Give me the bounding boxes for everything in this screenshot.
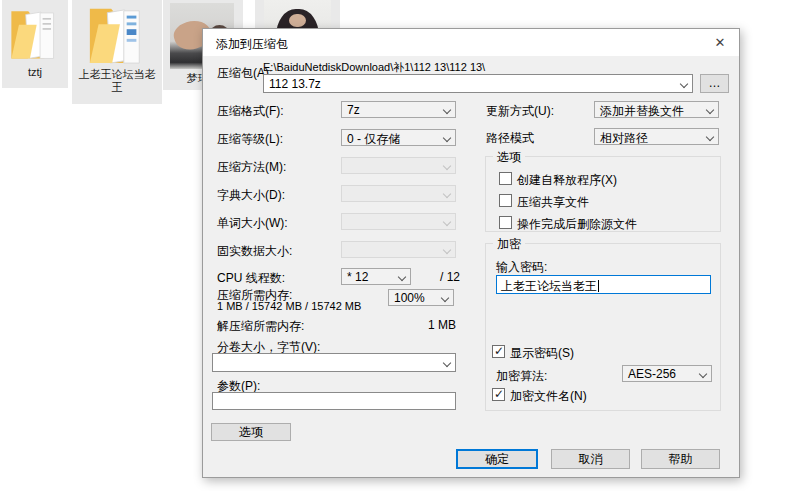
solid-block-label: 固实数据大小:	[217, 243, 292, 260]
desktop-item-label: tztj	[2, 66, 68, 79]
chevron-down-icon	[443, 106, 451, 114]
chevron-down-icon	[443, 218, 451, 226]
password-value: 上老王论坛当老王	[501, 279, 597, 293]
level-label: 压缩等级(L):	[217, 131, 283, 148]
update-mode-combo[interactable]: 添加并替换文件	[594, 101, 719, 118]
cpu-threads-total: / 12	[440, 270, 460, 284]
level-value: 0 - 仅存储	[347, 132, 400, 146]
chevron-down-icon	[680, 80, 688, 88]
algorithm-value: AES-256	[628, 367, 676, 381]
chevron-down-icon	[699, 370, 707, 378]
desktop-item-folder-tztj[interactable]: tztj	[2, 0, 68, 88]
memory-percent-combo[interactable]: 100%	[388, 289, 454, 306]
dictionary-label: 字典大小(D):	[217, 187, 285, 204]
path-mode-combo[interactable]: 相对路径	[594, 128, 719, 145]
update-mode-label: 更新方式(U):	[486, 103, 554, 120]
delete-after-checkbox[interactable]	[499, 216, 512, 229]
show-password-checkbox[interactable]	[492, 345, 505, 358]
compress-shared-checkbox[interactable]	[499, 194, 512, 207]
chevron-down-icon	[443, 359, 451, 367]
solid-block-combo	[341, 241, 456, 258]
archive-dir-path: E:\BaiduNetdiskDownload\补1\112 13\112 13…	[263, 60, 485, 75]
decompress-memory-label: 解压缩所需内存:	[217, 318, 304, 335]
dialog-titlebar: 添加到压缩包 ✕	[203, 29, 739, 56]
cancel-button[interactable]: 取消	[551, 449, 630, 469]
password-label: 输入密码:	[496, 259, 547, 276]
create-sfx-checkbox[interactable]	[499, 172, 512, 185]
decompress-memory-value: 1 MB	[403, 318, 456, 332]
archive-name-value: 112 13.7z	[269, 77, 321, 91]
algorithm-label: 加密算法:	[496, 368, 547, 385]
browse-button[interactable]: …	[700, 74, 729, 93]
memory-usage-detail: 1 MB / 15742 MB / 15742 MB	[217, 300, 361, 312]
chevron-down-icon	[706, 133, 714, 141]
options-group-title: 选项	[493, 149, 525, 166]
encrypt-filenames-label: 加密文件名(N)	[510, 388, 587, 405]
desktop-item-label: 上老王论坛当老王	[74, 68, 160, 94]
archive-name-combo[interactable]: 112 13.7z	[263, 74, 693, 93]
memory-percent-value: 100%	[394, 291, 425, 305]
delete-after-label: 操作完成后删除源文件	[517, 216, 637, 233]
folder-icon	[86, 4, 148, 66]
chevron-down-icon	[443, 162, 451, 170]
encrypt-filenames-checkbox[interactable]	[492, 388, 505, 401]
method-label: 压缩方法(M):	[217, 159, 286, 176]
folder-icon	[8, 4, 62, 64]
close-icon[interactable]: ✕	[711, 34, 729, 52]
ok-button[interactable]: 确定	[456, 449, 538, 469]
chevron-down-icon	[441, 294, 449, 302]
algorithm-combo[interactable]: AES-256	[622, 365, 712, 382]
chevron-down-icon	[443, 190, 451, 198]
add-to-archive-dialog: 添加到压缩包 ✕ 压缩包(A): E:\BaiduNetdiskDownload…	[202, 28, 740, 478]
help-button[interactable]: 帮助	[641, 449, 720, 469]
dialog-title: 添加到压缩包	[216, 36, 288, 53]
options-button[interactable]: 选项	[211, 423, 291, 441]
create-sfx-label: 创建自释放程序(X)	[517, 172, 617, 189]
word-size-label: 单词大小(W):	[217, 215, 288, 232]
format-label: 压缩格式(F):	[217, 103, 284, 120]
compress-shared-label: 压缩共享文件	[517, 194, 589, 211]
format-combo[interactable]: 7z	[341, 101, 456, 118]
path-mode-label: 路径模式	[486, 130, 534, 147]
chevron-down-icon	[443, 246, 451, 254]
update-mode-value: 添加并替换文件	[600, 104, 684, 118]
password-input[interactable]: 上老王论坛当老王	[496, 275, 711, 294]
method-combo	[341, 157, 456, 174]
parameters-input[interactable]	[212, 392, 456, 410]
chevron-down-icon	[398, 273, 406, 281]
dictionary-combo	[341, 185, 456, 202]
format-value: 7z	[347, 103, 360, 117]
desktop-item-folder-laowang[interactable]: 上老王论坛当老王	[72, 0, 162, 104]
volume-size-combo[interactable]	[212, 353, 456, 372]
cpu-threads-value: * 12	[347, 270, 368, 284]
chevron-down-icon	[443, 134, 451, 142]
cpu-threads-label: CPU 线程数:	[217, 270, 285, 287]
chevron-down-icon	[706, 106, 714, 114]
encryption-group-title: 加密	[493, 236, 525, 253]
show-password-label: 显示密码(S)	[510, 345, 574, 362]
text-caret	[598, 280, 599, 292]
word-size-combo	[341, 213, 456, 230]
path-mode-value: 相对路径	[600, 131, 648, 145]
cpu-threads-combo[interactable]: * 12	[341, 268, 411, 285]
level-combo[interactable]: 0 - 仅存储	[341, 129, 456, 146]
